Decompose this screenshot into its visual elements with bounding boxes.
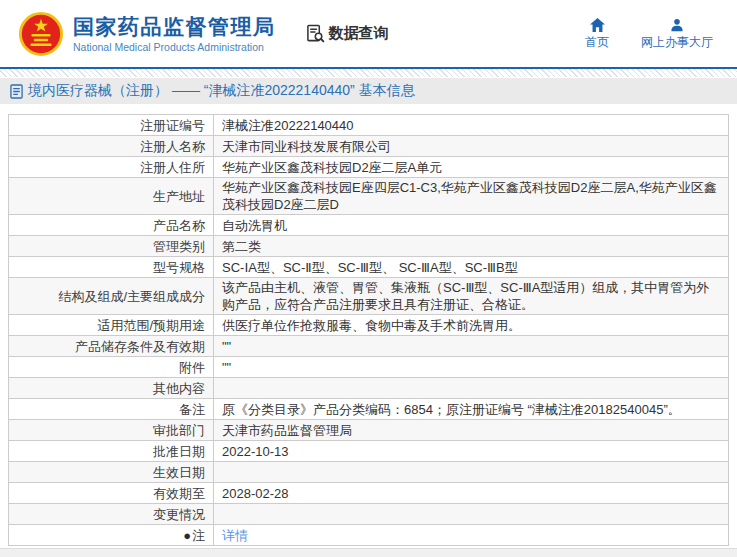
row-label: 注册人名称: [9, 136, 214, 157]
row-value: 天津市药品监督管理局: [214, 420, 729, 441]
table-row: 有效期至 2028-02-28: [9, 483, 729, 504]
row-value: 详情: [214, 525, 729, 546]
note-balloon-icon: ●: [183, 528, 191, 543]
row-label: 生产地址: [9, 178, 214, 215]
china-national-emblem-icon: [18, 11, 64, 57]
row-label: 注册人住所: [9, 157, 214, 178]
row-label: 备注: [9, 399, 214, 420]
row-value: 华苑产业区鑫茂科技园E座四层C1-C3,华苑产业区鑫茂科技园D2座二层A,华苑产…: [214, 178, 729, 215]
row-value: 2022-10-13: [214, 441, 729, 462]
row-value: 自动洗胃机: [214, 215, 729, 236]
row-value: [214, 462, 729, 483]
row-value: 原《分类目录》产品分类编码：6854；原注册证编号 “津械注准201825400…: [214, 399, 729, 420]
page-title: 境内医疗器械（注册） —— “津械注准20222140440” 基本信息: [28, 82, 415, 100]
row-label: ●注: [9, 525, 214, 546]
table-row: 变更情况: [9, 504, 729, 525]
row-label: 审批部门: [9, 420, 214, 441]
site-subtitle: National Medical Products Administration: [73, 41, 276, 53]
row-label: 生效日期: [9, 462, 214, 483]
nav-data-query[interactable]: 数据查询: [306, 24, 389, 43]
table-row: ●注 详情: [9, 525, 729, 546]
nav-home-label: 首页: [585, 35, 609, 49]
site-title: 国家药品监督管理局: [73, 15, 276, 39]
nav-data-query-label: 数据查询: [329, 24, 389, 43]
info-table-body: 注册证编号 津械注准20222140440 注册人名称 天津市同业科技发展有限公…: [9, 115, 729, 546]
table-row: 注册证编号 津械注准20222140440: [9, 115, 729, 136]
table-row: 批准日期 2022-10-13: [9, 441, 729, 462]
row-label: 管理类别: [9, 236, 214, 257]
table-row: 生效日期: [9, 462, 729, 483]
table-row: 结构及组成/主要组成成分 该产品由主机、液管、胃管、集液瓶（SC-Ⅲ型、SC-Ⅲ…: [9, 278, 729, 315]
row-value: "": [214, 357, 729, 378]
row-value: 2028-02-28: [214, 483, 729, 504]
table-row: 备注 原《分类目录》产品分类编码：6854；原注册证编号 “津械注准201825…: [9, 399, 729, 420]
nav-online-service-hall[interactable]: 网上办事大厅: [641, 18, 713, 49]
row-value: 津械注准20222140440: [214, 115, 729, 136]
home-icon: [590, 18, 605, 32]
row-label: 附件: [9, 357, 214, 378]
row-label: 结构及组成/主要组成成分: [9, 278, 214, 315]
page-title-bar: 境内医疗器械（注册） —— “津械注准20222140440” 基本信息: [0, 78, 737, 104]
table-row: 注册人住所 华苑产业区鑫茂科技园D2座二层A单元: [9, 157, 729, 178]
table-row: 产品储存条件及有效期 "": [9, 336, 729, 357]
row-label: 有效期至: [9, 483, 214, 504]
table-row: 其他内容: [9, 378, 729, 399]
table-row: 附件 "": [9, 357, 729, 378]
table-row: 型号规格 SC-ⅠA型、SC-Ⅱ型、SC-Ⅲ型、 SC-ⅢA型、SC-ⅢB型: [9, 257, 729, 278]
detail-link[interactable]: 详情: [222, 528, 248, 543]
row-label: 型号规格: [9, 257, 214, 278]
header-hatch-divider: [0, 69, 737, 77]
nav-online-service-hall-label: 网上办事大厅: [641, 35, 713, 49]
row-value: 华苑产业区鑫茂科技园D2座二层A单元: [214, 157, 729, 178]
row-value: 天津市同业科技发展有限公司: [214, 136, 729, 157]
row-value: SC-ⅠA型、SC-Ⅱ型、SC-Ⅲ型、 SC-ⅢA型、SC-ⅢB型: [214, 257, 729, 278]
document-icon: [10, 84, 23, 99]
document-search-icon: [306, 24, 325, 43]
table-row: 生产地址 华苑产业区鑫茂科技园E座四层C1-C3,华苑产业区鑫茂科技园D2座二层…: [9, 178, 729, 215]
row-value: [214, 504, 729, 525]
table-row: 注册人名称 天津市同业科技发展有限公司: [9, 136, 729, 157]
row-label: 适用范围/预期用途: [9, 315, 214, 336]
row-label: 批准日期: [9, 441, 214, 462]
row-label: 注册证编号: [9, 115, 214, 136]
nav-home[interactable]: 首页: [585, 18, 609, 49]
row-value: 第二类: [214, 236, 729, 257]
row-label: 变更情况: [9, 504, 214, 525]
registration-info-table: 注册证编号 津械注准20222140440 注册人名称 天津市同业科技发展有限公…: [8, 114, 729, 546]
table-row: 产品名称 自动洗胃机: [9, 215, 729, 236]
row-label: 其他内容: [9, 378, 214, 399]
row-label: 产品储存条件及有效期: [9, 336, 214, 357]
registration-info-table-wrap: 注册证编号 津械注准20222140440 注册人名称 天津市同业科技发展有限公…: [8, 114, 729, 546]
table-row: 适用范围/预期用途 供医疗单位作抢救服毒、食物中毒及手术前洗胃用。: [9, 315, 729, 336]
table-row: 管理类别 第二类: [9, 236, 729, 257]
site-logo[interactable]: 国家药品监督管理局 National Medical Products Admi…: [18, 11, 276, 57]
row-value: [214, 378, 729, 399]
row-value: 该产品由主机、液管、胃管、集液瓶（SC-Ⅲ型、SC-ⅢA型适用）组成，其中胃管为…: [214, 278, 729, 315]
person-icon: [670, 18, 684, 32]
footer-strip: [0, 548, 737, 557]
table-row: 审批部门 天津市药品监督管理局: [9, 420, 729, 441]
row-label: 产品名称: [9, 215, 214, 236]
row-value: "": [214, 336, 729, 357]
row-value: 供医疗单位作抢救服毒、食物中毒及手术前洗胃用。: [214, 315, 729, 336]
site-header: 国家药品监督管理局 National Medical Products Admi…: [0, 0, 737, 69]
